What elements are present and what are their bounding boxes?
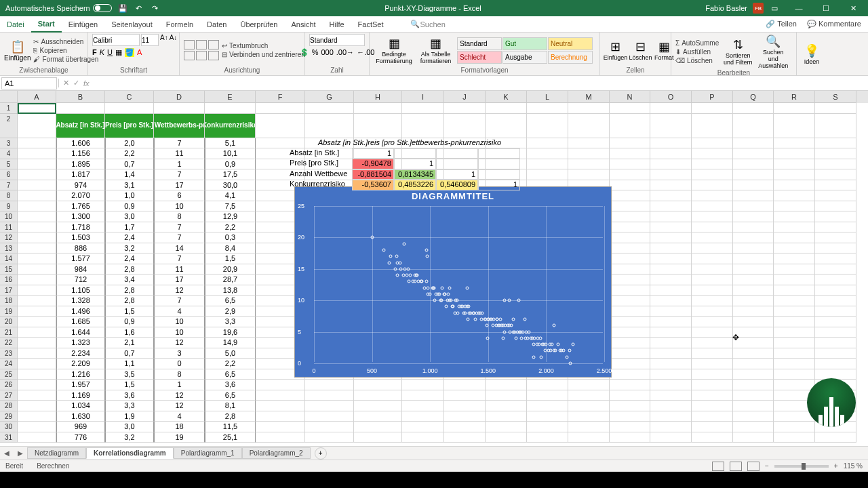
wrap-text-button[interactable]: ↩ Textumbruch bbox=[222, 42, 305, 49]
percent-button[interactable]: % bbox=[312, 48, 319, 57]
zoom-in-button[interactable]: + bbox=[834, 462, 838, 470]
zoom-value[interactable]: 115 % bbox=[844, 462, 863, 470]
name-box[interactable]: A1 bbox=[1, 77, 57, 89]
ideas-button[interactable]: 💡Ideen bbox=[801, 43, 823, 65]
bold-button[interactable]: F bbox=[92, 48, 97, 57]
chart[interactable]: DIAGRAMMTITEL ✥ 051015202505001.0001.500… bbox=[294, 186, 612, 378]
sort-filter-button[interactable]: ⇅Sortieren und Filtern bbox=[722, 37, 754, 66]
formula-bar: A1 ✕ ✓ fx bbox=[0, 76, 868, 91]
style-berechnung[interactable]: Berechnung bbox=[548, 51, 593, 64]
sheet-tab[interactable]: Polardiagramm_2 bbox=[242, 447, 311, 459]
autosave-label: Automatisches Speichern bbox=[5, 4, 90, 12]
conditional-format-button[interactable]: ▦Bedingte Formatierung bbox=[374, 36, 414, 64]
sheet-tab[interactable]: Polardiagramm_1 bbox=[174, 447, 242, 459]
italic-button[interactable]: K bbox=[100, 48, 104, 57]
view-break-button[interactable] bbox=[747, 462, 760, 471]
paste-button[interactable]: 📋Einfügen bbox=[4, 39, 31, 62]
zoom-out-button[interactable]: − bbox=[765, 462, 769, 470]
tab-insert[interactable]: Einfügen bbox=[62, 16, 104, 33]
undo-icon[interactable]: ↶ bbox=[134, 3, 144, 14]
formula-input[interactable] bbox=[94, 77, 868, 89]
tab-home[interactable]: Start bbox=[31, 16, 62, 33]
font-color-button[interactable]: A bbox=[137, 48, 142, 57]
autosum-button[interactable]: Σ AutoSumme bbox=[675, 39, 719, 47]
sheet-tab[interactable]: Netzdiagramm bbox=[27, 447, 86, 459]
style-ausgabe[interactable]: Ausgabe bbox=[502, 51, 547, 64]
fill-color-button[interactable]: 🪣 bbox=[125, 48, 134, 57]
tab-file[interactable]: Datei bbox=[0, 16, 31, 33]
inc-decimal-button[interactable]: .00→ bbox=[336, 48, 354, 57]
tab-factset[interactable]: FactSet bbox=[351, 16, 391, 33]
tab-review[interactable]: Überprüfen bbox=[233, 16, 284, 33]
save-icon[interactable]: 💾 bbox=[117, 3, 128, 14]
ribbon: 📋Einfügen ✂ Ausschneiden ⎘ Kopieren 🖌 Fo… bbox=[0, 33, 868, 76]
status-ready: Bereit bbox=[5, 462, 23, 470]
fx-icon[interactable]: fx bbox=[83, 79, 90, 87]
view-layout-button[interactable] bbox=[730, 462, 742, 471]
clear-button[interactable]: ⌫ Löschen bbox=[675, 57, 719, 64]
underline-button[interactable]: U bbox=[107, 48, 113, 57]
merge-center-button[interactable]: ⊟ Verbinden und zentrieren bbox=[222, 51, 305, 58]
style-neutral[interactable]: Neutral bbox=[548, 37, 593, 50]
redo-icon[interactable]: ↷ bbox=[150, 3, 161, 14]
delete-cells-button[interactable]: ⊟Löschen bbox=[629, 39, 652, 61]
accept-formula-icon[interactable]: ✓ bbox=[73, 79, 79, 87]
close-button[interactable]: ✕ bbox=[840, 0, 867, 16]
maximize-button[interactable]: ☐ bbox=[812, 0, 840, 16]
chart-plot-area[interactable] bbox=[314, 206, 603, 362]
increase-font-icon[interactable]: A↑ bbox=[160, 34, 168, 46]
zoom-slider[interactable] bbox=[774, 465, 829, 468]
brand-logo bbox=[807, 378, 856, 427]
font-size-select[interactable] bbox=[141, 34, 159, 46]
status-calc: Berechnen bbox=[37, 462, 69, 470]
alignment-grid[interactable] bbox=[184, 40, 219, 60]
find-select-button[interactable]: 🔍Suchen und Auswählen bbox=[757, 34, 789, 69]
tab-formulas[interactable]: Formeln bbox=[159, 16, 200, 33]
cancel-formula-icon[interactable]: ✕ bbox=[63, 79, 69, 87]
share-button[interactable]: 🔗 Teilen bbox=[766, 20, 797, 28]
sheet-tabs: ◀ ▶ NetzdiagrammKorrelationsdiagrammPola… bbox=[0, 446, 868, 460]
sheet-nav-prev[interactable]: ◀ bbox=[0, 449, 14, 457]
tab-layout[interactable]: Seitenlayout bbox=[104, 16, 159, 33]
minimize-button[interactable]: ― bbox=[785, 0, 812, 16]
view-normal-button[interactable] bbox=[712, 462, 724, 471]
style-gut[interactable]: Gut bbox=[502, 37, 547, 50]
autosave-toggle[interactable]: Automatisches Speichern bbox=[5, 4, 112, 12]
comma-button[interactable]: 000 bbox=[321, 48, 333, 57]
currency-button[interactable]: 💲 bbox=[300, 48, 309, 57]
tab-data[interactable]: Daten bbox=[200, 16, 233, 33]
decrease-font-icon[interactable]: A↓ bbox=[170, 34, 178, 46]
tab-view[interactable]: Ansicht bbox=[284, 16, 322, 33]
tab-help[interactable]: Hilfe bbox=[323, 16, 351, 33]
fill-button[interactable]: ⬇ Ausfüllen bbox=[675, 48, 719, 56]
search-box[interactable]: 🔍 Suchen bbox=[403, 16, 452, 33]
insert-cells-button[interactable]: ⊞Einfügen bbox=[604, 39, 627, 61]
document-title: Punkt-XY-Diagramme - Excel bbox=[161, 4, 706, 12]
status-bar: Bereit Berechnen − + 115 % bbox=[0, 460, 868, 472]
font-name-select[interactable] bbox=[92, 34, 140, 46]
ribbon-options-icon[interactable]: ▭ bbox=[769, 3, 780, 14]
style-schlecht[interactable]: Schlecht bbox=[457, 51, 502, 64]
format-table-button[interactable]: ▦Als Tabelle formatieren bbox=[417, 36, 454, 64]
sheet-tab[interactable]: Korrelationsdiagramm bbox=[86, 447, 174, 459]
title-bar: Automatisches Speichern 💾 ↶ ↷ Punkt-XY-D… bbox=[0, 0, 868, 16]
user-avatar[interactable]: FB bbox=[753, 3, 764, 14]
spreadsheet-grid[interactable]: ABCDEFGHIJKLMNOPQRS 12Absatz [in Stk.]Pr… bbox=[0, 91, 868, 446]
number-format-select[interactable] bbox=[309, 34, 365, 46]
add-sheet-button[interactable]: + bbox=[315, 447, 327, 460]
border-button[interactable]: ▦ bbox=[115, 48, 122, 57]
comments-button[interactable]: 💬 Kommentare bbox=[807, 20, 861, 28]
style-standard[interactable]: Standard bbox=[457, 37, 502, 50]
menu-bar: Datei Start Einfügen Seitenlayout Formel… bbox=[0, 16, 868, 33]
sheet-nav-next[interactable]: ▶ bbox=[14, 449, 27, 457]
user-name[interactable]: Fabio Basler bbox=[705, 4, 747, 12]
